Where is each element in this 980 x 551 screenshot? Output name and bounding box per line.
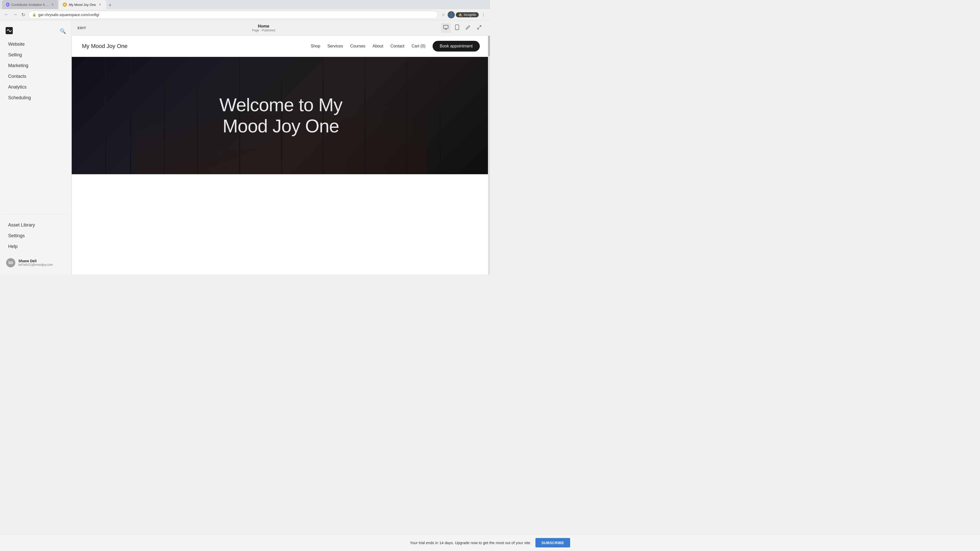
- browser-toolbar: ← → ↻ 🔒 gar-chrysalis.squarespace.com/co…: [0, 9, 490, 21]
- hero-title-line1: Welcome to My: [220, 95, 342, 115]
- reload-button[interactable]: ↻: [21, 11, 26, 19]
- page-status: Page · Published: [90, 29, 437, 32]
- sidebar-item-contacts[interactable]: Contacts: [2, 71, 69, 82]
- nav-link-shop[interactable]: Shop: [311, 44, 320, 48]
- nav-link-contact[interactable]: Contact: [390, 44, 404, 48]
- user-info: Shane Deli bd7e0c31@moodjoy.com: [18, 259, 53, 267]
- bookmark-button[interactable]: ☆: [440, 11, 447, 18]
- sidebar-item-website-label: Website: [8, 41, 25, 47]
- view-controls: [441, 23, 484, 33]
- sidebar-item-analytics[interactable]: Analytics: [2, 82, 69, 92]
- tab-close-1[interactable]: ✕: [51, 3, 54, 6]
- tab-favicon-1: S: [6, 3, 10, 6]
- address-bar[interactable]: 🔒 gar-chrysalis.squarespace.com/config/: [28, 11, 438, 19]
- sidebar-header: 🔍: [0, 24, 71, 39]
- nav-link-about[interactable]: About: [372, 44, 383, 48]
- sidebar-item-scheduling[interactable]: Scheduling: [2, 93, 69, 103]
- desktop-icon: [443, 24, 449, 30]
- lock-icon: 🔒: [32, 13, 36, 17]
- svg-rect-1: [444, 25, 448, 29]
- tab-label-2: My Mood Joy One: [69, 3, 96, 6]
- website-logo: My Mood Joy One: [82, 43, 127, 49]
- mobile-view-button[interactable]: [453, 23, 461, 33]
- sidebar-item-selling-label: Selling: [8, 52, 22, 57]
- hero-section: Welcome to My Mood Joy One: [72, 57, 490, 174]
- nav-link-services[interactable]: Services: [328, 44, 343, 48]
- website-nav-links: Shop Services Courses About Contact Cart…: [311, 41, 480, 52]
- back-button[interactable]: ←: [3, 11, 10, 18]
- incognito-icon: 🕵: [458, 13, 462, 17]
- app-layout: 🔍 Website Selling Marketing Contacts Ana…: [0, 21, 490, 275]
- scrollbar[interactable]: [488, 36, 490, 275]
- profile-button[interactable]: 👤: [448, 11, 455, 18]
- menu-button[interactable]: ⋮: [480, 11, 487, 18]
- sidebar-item-marketing-label: Marketing: [8, 63, 28, 68]
- edit-mode-button[interactable]: [463, 23, 473, 33]
- tab-close-2[interactable]: ✕: [98, 3, 102, 6]
- expand-button[interactable]: [475, 23, 484, 33]
- forward-button[interactable]: →: [12, 11, 18, 18]
- sidebar-item-asset-library[interactable]: Asset Library: [2, 220, 69, 230]
- nav-link-courses[interactable]: Courses: [350, 44, 366, 48]
- sidebar-bottom-nav: Asset Library Settings Help: [0, 218, 71, 254]
- book-appointment-button[interactable]: Book appointment: [433, 41, 480, 52]
- hero-content: Welcome to My Mood Joy One: [220, 94, 342, 137]
- scrollbar-thumb[interactable]: [488, 36, 490, 56]
- tab-label-1: Contributor Invitation from Sha...: [11, 3, 49, 6]
- svg-point-3: [457, 29, 457, 29]
- page-info: Home Page · Published: [90, 24, 437, 32]
- toolbar-actions: ☆ 👤 🕵 Incognito ⋮: [440, 11, 487, 18]
- address-text: gar-chrysalis.squarespace.com/config/: [38, 13, 99, 17]
- incognito-label: Incognito: [464, 13, 476, 17]
- sidebar-logo[interactable]: [5, 27, 13, 36]
- editor-topbar: EDIT Home Page · Published: [72, 21, 490, 36]
- tab-contributor[interactable]: S Contributor Invitation from Sha... ✕: [2, 0, 58, 9]
- expand-icon: [477, 25, 482, 30]
- search-icon[interactable]: 🔍: [60, 28, 66, 34]
- sidebar: 🔍 Website Selling Marketing Contacts Ana…: [0, 21, 72, 275]
- browser-chrome: S Contributor Invitation from Sha... ✕ M…: [0, 0, 490, 21]
- sidebar-item-help[interactable]: Help: [2, 241, 69, 252]
- edit-label: EDIT: [78, 26, 86, 30]
- page-name: Home: [90, 24, 437, 29]
- main-content: EDIT Home Page · Published: [72, 21, 490, 275]
- website-nav: My Mood Joy One Shop Services Courses Ab…: [72, 36, 490, 57]
- sidebar-item-website[interactable]: Website: [2, 39, 69, 49]
- sidebar-item-help-label: Help: [8, 244, 18, 249]
- sidebar-item-contacts-label: Contacts: [8, 74, 26, 79]
- user-email: bd7e0c31@moodjoy.com: [18, 263, 53, 267]
- sidebar-item-scheduling-label: Scheduling: [8, 95, 31, 100]
- pencil-icon: [466, 25, 471, 30]
- sidebar-item-asset-library-label: Asset Library: [8, 222, 35, 227]
- sidebar-nav: Website Selling Marketing Contacts Analy…: [0, 39, 71, 211]
- user-name: Shane Deli: [18, 259, 53, 263]
- mobile-icon: [455, 24, 460, 30]
- user-initials: SD: [8, 261, 13, 265]
- squarespace-logo-icon: [5, 27, 13, 35]
- sidebar-item-settings-label: Settings: [8, 233, 25, 238]
- hero-title-line2: Mood Joy One: [223, 116, 339, 136]
- sidebar-item-marketing[interactable]: Marketing: [2, 60, 69, 71]
- tab-bar: S Contributor Invitation from Sha... ✕ M…: [0, 0, 490, 9]
- user-section[interactable]: SD Shane Deli bd7e0c31@moodjoy.com: [0, 255, 71, 270]
- preview-frame: My Mood Joy One Shop Services Courses Ab…: [72, 36, 490, 275]
- incognito-badge[interactable]: 🕵 Incognito: [456, 12, 479, 17]
- tab-moodjoy[interactable]: M My Mood Joy One ✕: [59, 0, 106, 9]
- new-tab-button[interactable]: +: [107, 1, 114, 9]
- sidebar-item-selling[interactable]: Selling: [2, 50, 69, 60]
- hero-title: Welcome to My Mood Joy One: [220, 94, 342, 137]
- desktop-view-button[interactable]: [441, 23, 451, 33]
- tab-favicon-2: M: [63, 3, 67, 6]
- sidebar-item-settings[interactable]: Settings: [2, 230, 69, 241]
- cart-link[interactable]: Cart (0): [412, 44, 425, 48]
- avatar: SD: [6, 258, 15, 267]
- sidebar-item-analytics-label: Analytics: [8, 84, 27, 89]
